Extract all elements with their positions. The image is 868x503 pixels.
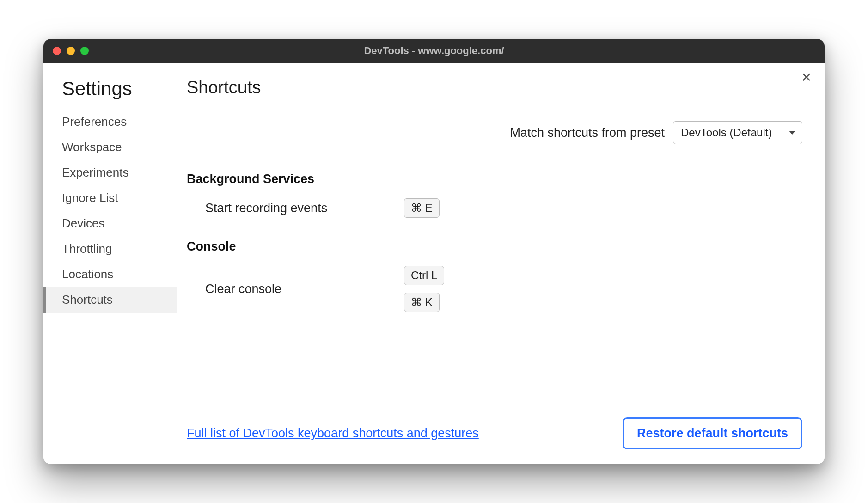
traffic-lights (53, 47, 89, 55)
sidebar-item-ignore-list[interactable]: Ignore List (43, 185, 177, 211)
shortcut-label: Start recording events (205, 201, 404, 215)
sidebar-item-devices[interactable]: Devices (43, 211, 177, 236)
settings-main: Shortcuts Match shortcuts from preset De… (177, 63, 825, 464)
window-zoom-icon[interactable] (80, 47, 89, 55)
sidebar-item-preferences[interactable]: Preferences (43, 109, 177, 135)
divider (187, 107, 802, 107)
sidebar-item-throttling[interactable]: Throttling (43, 236, 177, 262)
sidebar-item-experiments[interactable]: Experiments (43, 160, 177, 185)
footer-row: Full list of DevTools keyboard shortcuts… (187, 404, 802, 449)
page-title: Shortcuts (187, 78, 802, 98)
full-shortcuts-link[interactable]: Full list of DevTools keyboard shortcuts… (187, 426, 479, 441)
window-close-icon[interactable] (53, 47, 61, 55)
window-title: DevTools - www.google.com/ (43, 45, 825, 57)
sidebar-item-shortcuts[interactable]: Shortcuts (43, 287, 177, 313)
preset-row: Match shortcuts from preset DevTools (De… (187, 121, 802, 144)
keybinding: ⌘ K (404, 293, 440, 312)
devtools-window: DevTools - www.google.com/ ✕ Settings Pr… (43, 39, 825, 464)
window-titlebar: DevTools - www.google.com/ (43, 39, 825, 63)
restore-default-button[interactable]: Restore default shortcuts (623, 417, 802, 449)
shortcut-keys: Ctrl L ⌘ K (404, 266, 444, 312)
sidebar-item-workspace[interactable]: Workspace (43, 135, 177, 160)
sidebar-item-locations[interactable]: Locations (43, 262, 177, 287)
divider (187, 230, 802, 230)
window-minimize-icon[interactable] (67, 47, 75, 55)
section-title-console: Console (187, 239, 802, 254)
shortcut-row-start-recording: Start recording events ⌘ E (187, 195, 802, 226)
settings-sidebar: Settings Preferences Workspace Experimen… (43, 63, 177, 464)
shortcut-label: Clear console (205, 282, 404, 296)
preset-label: Match shortcuts from preset (510, 126, 665, 140)
shortcut-keys: ⌘ E (404, 198, 440, 218)
preset-select[interactable]: DevTools (Default) (673, 121, 802, 144)
chevron-down-icon (789, 131, 795, 135)
keybinding: ⌘ E (404, 198, 440, 218)
shortcut-row-clear-console: Clear console Ctrl L ⌘ K (187, 262, 802, 320)
sidebar-heading: Settings (62, 78, 177, 100)
close-button[interactable]: ✕ (801, 71, 812, 84)
preset-select-value: DevTools (Default) (681, 126, 772, 139)
keybinding: Ctrl L (404, 266, 444, 285)
section-title-background-services: Background Services (187, 172, 802, 186)
settings-content: ✕ Settings Preferences Workspace Experim… (43, 63, 825, 464)
